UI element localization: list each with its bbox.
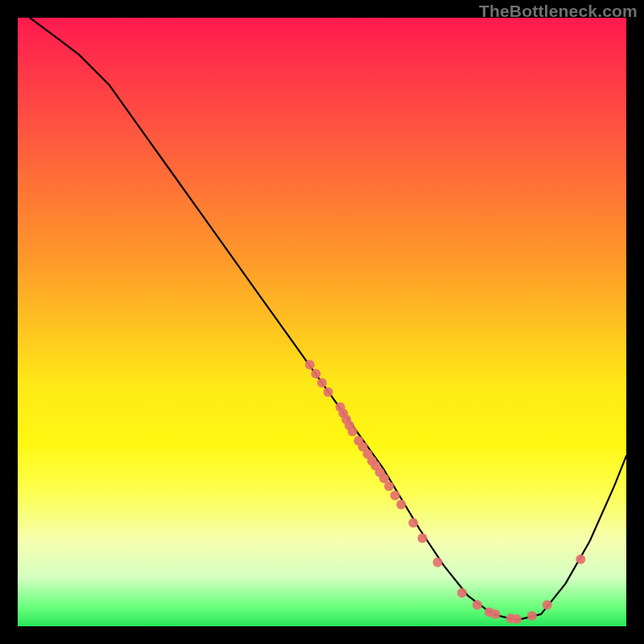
- chart-svg: [18, 18, 626, 626]
- svg-point-2: [317, 378, 327, 388]
- svg-point-30: [576, 555, 585, 564]
- svg-point-21: [433, 558, 443, 568]
- svg-point-20: [418, 533, 427, 543]
- svg-point-1: [311, 369, 320, 378]
- svg-point-17: [390, 491, 400, 501]
- svg-point-16: [384, 481, 394, 491]
- svg-point-8: [348, 427, 357, 436]
- watermark-text: TheBottleneck.com: [479, 2, 638, 21]
- bottleneck-curve: [30, 18, 626, 620]
- svg-point-3: [324, 387, 333, 397]
- chart-frame: TheBottleneck.com: [0, 0, 644, 644]
- svg-point-27: [512, 614, 522, 624]
- svg-point-0: [305, 360, 315, 369]
- svg-point-25: [491, 609, 501, 619]
- plot-area: [18, 18, 626, 626]
- svg-point-18: [396, 500, 406, 510]
- svg-point-22: [457, 588, 467, 597]
- svg-point-19: [408, 518, 418, 528]
- svg-point-23: [473, 601, 482, 610]
- svg-point-29: [543, 601, 552, 610]
- data-points: [305, 360, 585, 624]
- svg-point-28: [527, 611, 537, 621]
